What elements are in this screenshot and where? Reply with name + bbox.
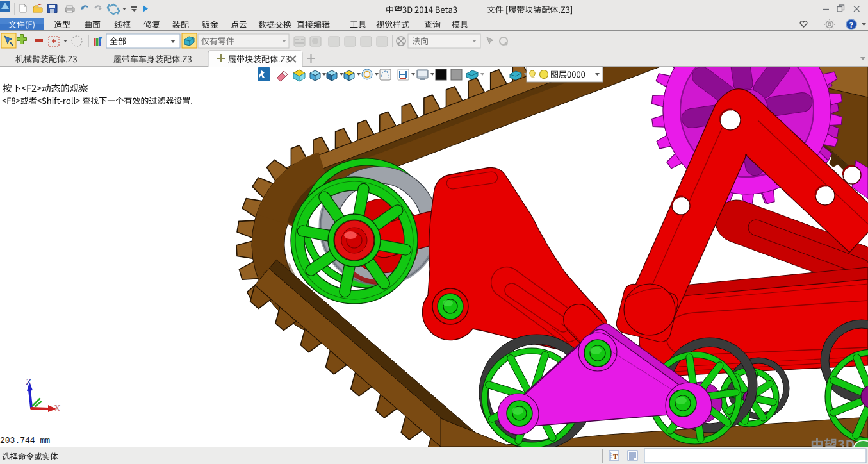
svg-text:Z: Z	[26, 377, 31, 387]
svg-text:?: ?	[849, 20, 854, 29]
svg-text:X: X	[54, 403, 61, 413]
svg-text:T: T	[613, 452, 618, 460]
svg-text:203.744 mm: 203.744 mm	[0, 436, 50, 445]
